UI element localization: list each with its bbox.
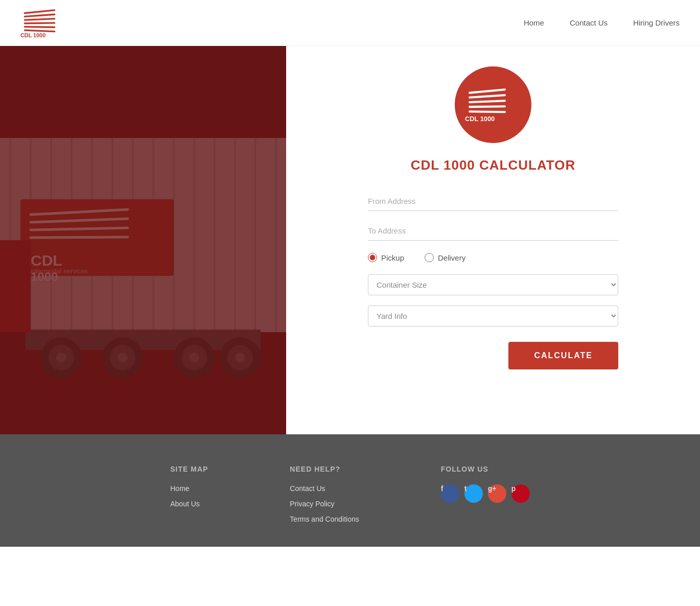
container-size-select[interactable]: Container Size 20ft 40ft 40ft HC 45ft bbox=[368, 274, 618, 295]
svg-line-48 bbox=[470, 95, 505, 98]
delivery-radio-label[interactable]: Delivery bbox=[425, 253, 465, 262]
yard-info-select[interactable]: Yard Info Yard 1 Yard 2 Yard 3 bbox=[368, 306, 618, 327]
footer-link-about[interactable]: About Us bbox=[170, 500, 208, 508]
nav-contact[interactable]: Contact Us bbox=[570, 18, 608, 27]
svg-line-47 bbox=[470, 89, 505, 92]
svg-line-50 bbox=[470, 106, 505, 107]
logo-icon: CDL 1000 bbox=[20, 6, 72, 39]
svg-line-49 bbox=[470, 101, 505, 102]
nav-home[interactable]: Home bbox=[524, 18, 544, 27]
header: CDL 1000 Home Contact Us Hiring Drivers bbox=[0, 0, 700, 46]
footer-link-terms[interactable]: Terms and Conditions bbox=[290, 515, 359, 523]
facebook-icon[interactable]: f bbox=[441, 484, 459, 503]
calculator-form: Pickup Delivery Container Size 20ft 40ft… bbox=[368, 192, 618, 369]
service-type-radio-group: Pickup Delivery bbox=[368, 253, 618, 262]
hero-section: CDL 1000 intermodal services bbox=[0, 46, 700, 434]
svg-text:CDL 1000: CDL 1000 bbox=[465, 115, 495, 123]
pinterest-icon[interactable]: p bbox=[511, 484, 530, 503]
image-overlay bbox=[0, 46, 286, 434]
follow-heading: FOLLOW US bbox=[441, 465, 530, 473]
social-icons-group: f t g+ p bbox=[441, 484, 530, 510]
svg-line-4 bbox=[25, 23, 54, 24]
to-address-input[interactable] bbox=[368, 221, 618, 241]
delivery-label: Delivery bbox=[438, 253, 465, 262]
calculate-button-wrapper: CALCULATE bbox=[368, 337, 618, 369]
brand-logo-icon: CDL 1000 bbox=[465, 87, 521, 123]
nav-hiring[interactable]: Hiring Drivers bbox=[633, 18, 680, 27]
main-nav: Home Contact Us Hiring Drivers bbox=[524, 18, 680, 27]
svg-line-5 bbox=[25, 27, 54, 27]
twitter-icon[interactable]: t bbox=[464, 484, 483, 503]
calculator-panel: CDL 1000 CDL 1000 CALCULATOR Pickup Deli… bbox=[286, 46, 700, 434]
pickup-radio[interactable] bbox=[368, 253, 377, 262]
pickup-label: Pickup bbox=[381, 253, 404, 262]
footer-help-col: NEED HELP? Contact Us Privacy Policy Ter… bbox=[290, 465, 359, 530]
svg-line-51 bbox=[470, 111, 505, 112]
help-heading: NEED HELP? bbox=[290, 465, 359, 473]
footer: Site Map Home About Us NEED HELP? Contac… bbox=[0, 434, 700, 547]
logo-area: CDL 1000 bbox=[20, 6, 72, 39]
footer-sitemap-col: Site Map Home About Us bbox=[170, 465, 208, 530]
sitemap-heading: Site Map bbox=[170, 465, 208, 473]
brand-logo-circle: CDL 1000 bbox=[455, 66, 531, 143]
hero-image-area: CDL 1000 intermodal services bbox=[0, 46, 286, 434]
footer-link-privacy[interactable]: Privacy Policy bbox=[290, 500, 359, 508]
pickup-radio-label[interactable]: Pickup bbox=[368, 253, 404, 262]
footer-inner: Site Map Home About Us NEED HELP? Contac… bbox=[0, 465, 700, 530]
footer-link-home[interactable]: Home bbox=[170, 484, 208, 493]
from-address-input[interactable] bbox=[368, 192, 618, 211]
delivery-radio[interactable] bbox=[425, 253, 434, 262]
calculate-button[interactable]: CALCULATE bbox=[508, 342, 618, 369]
svg-text:CDL 1000: CDL 1000 bbox=[20, 32, 45, 38]
footer-follow-col: FOLLOW US f t g+ p bbox=[441, 465, 530, 530]
footer-link-contact[interactable]: Contact Us bbox=[290, 484, 359, 493]
googleplus-icon[interactable]: g+ bbox=[488, 484, 506, 503]
calculator-title: CDL 1000 CALCULATOR bbox=[411, 157, 575, 173]
